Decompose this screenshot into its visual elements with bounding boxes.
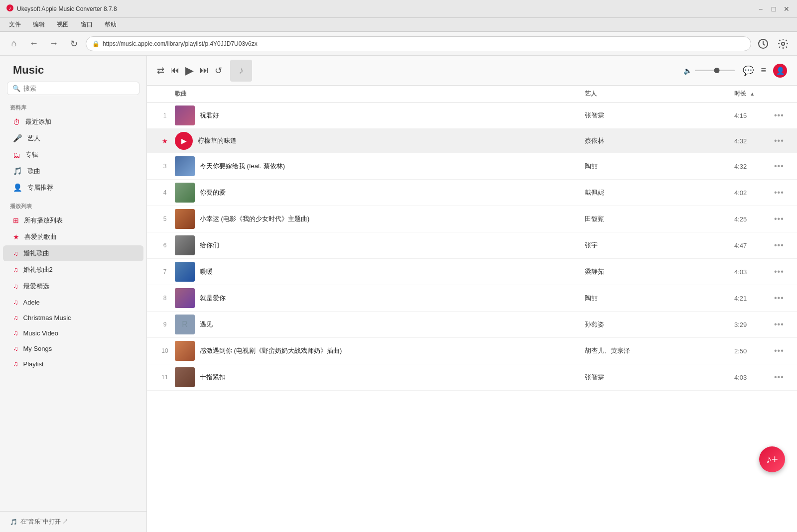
next-button[interactable]: ⏭ [200, 65, 209, 76]
fab-convert-button[interactable]: ♪+ [759, 446, 785, 472]
duration: 4:03 [734, 268, 774, 276]
profile-button[interactable]: 👤 [773, 64, 787, 78]
menu-help[interactable]: 帮助 [100, 19, 122, 30]
app-logo: Music [0, 56, 146, 82]
history-button[interactable] [755, 36, 771, 52]
song-title: 就是爱你 [200, 294, 226, 303]
more-button[interactable]: ••• [774, 241, 789, 250]
artist-name: 胡杏儿、黄宗泽 [585, 346, 734, 355]
minimize-button[interactable]: − [756, 4, 765, 13]
shuffle-button[interactable]: ⇄ [157, 65, 164, 76]
playlist-section-title: 播放列表 [0, 200, 146, 212]
sidebar-item-songs[interactable]: 🎵 歌曲 [3, 163, 143, 179]
sidebar-item-playlist[interactable]: ♫ Playlist [3, 356, 143, 371]
lyrics-button[interactable]: 💬 [743, 65, 754, 76]
home-button[interactable]: ⌂ [6, 36, 22, 52]
more-button[interactable]: ••• [774, 188, 789, 197]
lock-icon: 🔒 [92, 40, 100, 47]
sidebar-item-music-video[interactable]: ♫ Music Video [3, 325, 143, 340]
search-box[interactable]: 🔍 [7, 82, 139, 95]
reload-button[interactable]: ↻ [66, 36, 82, 52]
artist-name: 张智霖 [585, 111, 734, 120]
more-button[interactable]: ••• [774, 267, 789, 276]
content-area: ⇄ ⏮ ▶ ⏭ ↺ ♪ 🔈 💬 ≡ 👤 [147, 56, 797, 532]
sidebar-item-my-songs[interactable]: ♫ My Songs [3, 341, 143, 356]
table-row[interactable]: 7 暖暖 梁静茹 4:03 ••• [147, 259, 797, 285]
sidebar-item-christmas-music[interactable]: ♫ Christmas Music [3, 310, 143, 325]
back-button[interactable]: ← [26, 36, 42, 52]
playing-indicator: ▶ [175, 132, 193, 150]
app-icon: ♪ [6, 4, 14, 13]
sidebar-item-artists[interactable]: 🎤 艺人 [3, 130, 143, 146]
more-button[interactable]: ••• [774, 294, 789, 303]
header-more [774, 90, 789, 98]
more-button[interactable]: ••• [774, 111, 789, 120]
song-info: 感激遇到你 (电视剧《野蛮奶奶大战戏师奶》插曲) [175, 341, 585, 361]
table-row[interactable]: 9 R 遇见 孙燕姿 3:29 ••• [147, 312, 797, 338]
song-thumbnail [175, 341, 195, 361]
forward-button[interactable]: → [46, 36, 62, 52]
duration: 2:50 [734, 347, 774, 355]
maximize-button[interactable]: □ [769, 4, 778, 13]
table-row[interactable]: 11 十指紧扣 张智霖 4:03 ••• [147, 364, 797, 391]
song-thumbnail [175, 156, 195, 176]
row-number: 8 [155, 295, 175, 302]
table-row[interactable]: 10 感激遇到你 (电视剧《野蛮奶奶大战戏师奶》插曲) 胡杏儿、黄宗泽 2:50… [147, 338, 797, 364]
more-button[interactable]: ••• [774, 214, 789, 223]
duration: 4:21 [734, 295, 774, 302]
close-button[interactable]: ✕ [782, 4, 791, 13]
more-button[interactable]: ••• [774, 373, 789, 382]
more-button[interactable]: ••• [774, 320, 789, 329]
sidebar: Music 🔍 资料库 ⏱ 最近添加 🎤 艺人 🗂 专辑 🎵 歌曲 [0, 56, 147, 532]
sidebar-item-recently-added[interactable]: ⏱ 最近添加 [3, 114, 143, 130]
menu-edit[interactable]: 编辑 [28, 19, 50, 30]
more-button[interactable]: ••• [774, 162, 789, 171]
playlist-icon: ♫ [13, 360, 18, 368]
sidebar-item-wedding-songs-2[interactable]: ♫ 婚礼歌曲2 [3, 262, 143, 278]
more-button[interactable]: ••• [774, 346, 789, 355]
prev-button[interactable]: ⏮ [170, 65, 179, 76]
table-row[interactable]: 5 小幸运 (电影《我的少女时代》主题曲) 田馥甄 4:25 ••• [147, 206, 797, 232]
song-info: 十指紧扣 [175, 367, 585, 387]
main-layout: Music 🔍 资料库 ⏱ 最近添加 🎤 艺人 🗂 专辑 🎵 歌曲 [0, 56, 797, 532]
menu-file[interactable]: 文件 [4, 19, 26, 30]
sidebar-item-best-of[interactable]: ♫ 最爱精选 [3, 278, 143, 294]
sidebar-item-for-you[interactable]: 👤 专属推荐 [3, 180, 143, 196]
sidebar-item-all-playlists[interactable]: ⊞ 所有播放列表 [3, 213, 143, 228]
settings-button[interactable] [775, 36, 791, 52]
repeat-button[interactable]: ↺ [215, 65, 222, 76]
play-button[interactable]: ▶ [185, 64, 194, 77]
table-row[interactable]: 8 就是爱你 陶喆 4:21 ••• [147, 285, 797, 312]
row-number: 10 [155, 347, 175, 354]
open-in-music-link[interactable]: 🎵 在"音乐"中打开 ↗ [0, 511, 146, 532]
search-input[interactable] [23, 85, 134, 92]
more-button[interactable]: ••• [774, 136, 789, 145]
queue-button[interactable]: ≡ [761, 65, 766, 76]
duration: 4:25 [734, 215, 774, 223]
volume-icon: 🔈 [683, 67, 692, 75]
adele-icon: ♫ [13, 298, 18, 306]
best-of-icon: ♫ [13, 282, 18, 290]
sidebar-item-albums[interactable]: 🗂 专辑 [3, 147, 143, 163]
table-row[interactable]: 6 给你们 张宇 4:47 ••• [147, 232, 797, 259]
sidebar-item-adele[interactable]: ♫ Adele [3, 295, 143, 310]
table-row[interactable]: 4 你要的爱 戴佩妮 4:02 ••• [147, 180, 797, 206]
volume-slider[interactable] [695, 70, 735, 71]
song-thumbnail [175, 106, 195, 125]
volume-control: 🔈 [683, 67, 735, 75]
menu-window[interactable]: 窗口 [76, 19, 98, 30]
address-box[interactable]: 🔒 https://music.apple.com/library/playli… [86, 36, 751, 51]
song-info: R 遇见 [175, 315, 585, 334]
song-table: 歌曲 艺人 时长 ▲ 1 祝君好 张智霖 4:15 ••• [147, 86, 797, 532]
sidebar-item-wedding-songs[interactable]: ♫ 婚礼歌曲 [3, 245, 143, 261]
menu-view[interactable]: 视图 [52, 19, 74, 30]
my-songs-icon: ♫ [13, 344, 18, 352]
table-row[interactable]: 3 今天你要嫁给我 (feat. 蔡依林) 陶喆 4:32 ••• [147, 153, 797, 180]
url-text: https://music.apple.com/library/playlist… [103, 40, 258, 47]
fab-icon: ♪+ [766, 453, 778, 466]
table-row[interactable]: 1 祝君好 张智霖 4:15 ••• [147, 103, 797, 129]
table-row[interactable]: ★ ▶ 柠檬草的味道 蔡依林 4:32 ••• [147, 129, 797, 153]
song-title: 今天你要嫁给我 (feat. 蔡依林) [200, 162, 285, 171]
sidebar-item-favorites[interactable]: ★ 喜爱的歌曲 [3, 229, 143, 245]
song-thumbnail [175, 209, 195, 229]
